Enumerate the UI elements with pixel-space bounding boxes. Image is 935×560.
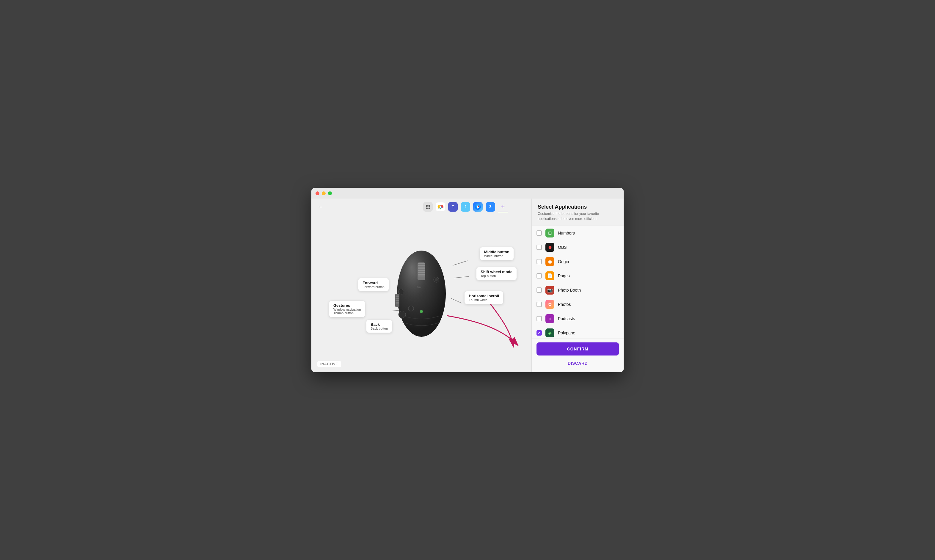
app-checkbox[interactable] bbox=[536, 273, 542, 278]
app-checkbox[interactable] bbox=[536, 302, 542, 307]
svg-rect-39 bbox=[396, 296, 399, 297]
confirm-button[interactable]: CONFIRM bbox=[536, 342, 619, 355]
app-icon: 📄 bbox=[545, 271, 555, 280]
svg-rect-43 bbox=[396, 303, 399, 305]
unknown-app-icon[interactable]: ? bbox=[461, 202, 470, 212]
svg-point-7 bbox=[427, 208, 428, 209]
svg-point-16 bbox=[478, 206, 479, 208]
svg-rect-29 bbox=[418, 267, 425, 268]
shift-wheel-title: Shift wheel mode bbox=[481, 269, 512, 274]
app-icon: ◉ bbox=[545, 257, 555, 266]
list-item[interactable]: 🎙Podcasts bbox=[532, 311, 624, 326]
zoom-app-icon[interactable]: Z bbox=[486, 202, 495, 212]
mouse-illustration: logi bbox=[392, 248, 451, 340]
app-list: ⊞Numbers⏺OBS◉Origin📄Pages📷Photo Booth✿Ph… bbox=[532, 226, 624, 338]
app-checkbox[interactable] bbox=[536, 230, 542, 236]
close-button[interactable] bbox=[316, 191, 319, 195]
svg-point-3 bbox=[426, 206, 427, 208]
app-name-label: Origin bbox=[558, 259, 569, 264]
svg-rect-32 bbox=[418, 272, 425, 273]
select-applications-description: Customize the buttons for your favorite … bbox=[538, 211, 618, 222]
svg-line-20 bbox=[451, 298, 462, 303]
list-item[interactable]: ✿Photos bbox=[532, 297, 624, 311]
middle-button-sub: Wheel button bbox=[484, 254, 510, 258]
app-checkbox[interactable] bbox=[536, 288, 542, 293]
app-name-label: Polypane bbox=[558, 331, 575, 335]
svg-rect-38 bbox=[396, 295, 399, 295]
svg-line-19 bbox=[453, 261, 467, 265]
back-title: Back bbox=[371, 322, 388, 327]
right-panel-header: Select Applications Customize the button… bbox=[532, 198, 624, 226]
app-checkbox[interactable] bbox=[536, 316, 542, 321]
right-panel: Select Applications Customize the button… bbox=[531, 198, 624, 372]
gestures-sub2: Thumb button bbox=[333, 311, 361, 315]
shift-wheel-sub: Top button bbox=[481, 274, 512, 278]
select-applications-title: Select Applications bbox=[538, 204, 618, 210]
app-icon: 📷 bbox=[545, 286, 555, 295]
left-panel: ← bbox=[311, 198, 531, 372]
mouse-area: logi Middle button Wheel button Shift wh… bbox=[311, 215, 531, 372]
horizontal-scroll-tooltip: Horizontal scroll Thumb wheel bbox=[465, 291, 503, 304]
svg-text:logi: logi bbox=[417, 285, 421, 288]
svg-point-2 bbox=[429, 205, 430, 206]
list-item[interactable]: ◉Origin bbox=[532, 254, 624, 269]
app-icon: ⊞ bbox=[545, 229, 555, 237]
app-checkbox[interactable] bbox=[536, 330, 542, 335]
all-apps-icon[interactable] bbox=[423, 202, 433, 212]
svg-rect-27 bbox=[418, 263, 425, 264]
svg-rect-40 bbox=[396, 298, 399, 299]
add-app-button[interactable]: + bbox=[498, 202, 508, 212]
main-content: ← bbox=[311, 198, 624, 372]
app-icon: ◈ bbox=[545, 328, 555, 337]
list-item[interactable]: ⏺OBS bbox=[532, 240, 624, 254]
list-item[interactable]: 📷Photo Booth bbox=[532, 283, 624, 297]
svg-point-5 bbox=[429, 206, 430, 208]
svg-rect-28 bbox=[418, 265, 425, 266]
app-name-label: Photo Booth bbox=[558, 288, 581, 292]
svg-point-46 bbox=[399, 311, 406, 318]
discard-button[interactable]: DISCARD bbox=[536, 358, 619, 369]
list-item[interactable]: ◈Polypane bbox=[532, 326, 624, 338]
left-header: ← bbox=[311, 198, 531, 215]
svg-point-36 bbox=[435, 278, 438, 281]
middle-button-tooltip: Middle button Wheel button bbox=[480, 247, 514, 260]
svg-rect-42 bbox=[396, 302, 399, 303]
teams-app-icon[interactable]: T bbox=[448, 202, 458, 212]
svg-point-45 bbox=[408, 306, 414, 311]
shift-wheel-tooltip: Shift wheel mode Top button bbox=[476, 267, 516, 280]
forward-title: Forward bbox=[362, 281, 385, 285]
svg-rect-30 bbox=[418, 268, 425, 269]
main-window: ← bbox=[311, 188, 624, 372]
app-icon: 🎙 bbox=[545, 314, 555, 323]
safari-app-icon[interactable] bbox=[473, 202, 483, 212]
titlebar bbox=[311, 188, 624, 198]
forward-sub: Forward button bbox=[362, 285, 385, 289]
list-item[interactable]: 📄Pages bbox=[532, 269, 624, 283]
chrome-app-icon[interactable] bbox=[436, 202, 445, 212]
app-name-label: OBS bbox=[558, 245, 567, 250]
svg-point-0 bbox=[426, 205, 427, 206]
maximize-button[interactable] bbox=[328, 191, 332, 195]
gestures-title: Gestures bbox=[333, 303, 361, 308]
forward-tooltip: Forward Forward button bbox=[358, 278, 389, 291]
app-name-label: Pages bbox=[558, 274, 570, 278]
svg-point-11 bbox=[439, 206, 441, 208]
svg-point-47 bbox=[420, 310, 423, 313]
app-icons-row: T ? bbox=[423, 202, 508, 212]
horizontal-scroll-sub: Thumb wheel bbox=[469, 298, 499, 302]
svg-rect-41 bbox=[396, 300, 399, 301]
inactive-badge: INACTIVE bbox=[317, 361, 341, 368]
gestures-sub1: Window navigation bbox=[333, 308, 361, 311]
app-checkbox[interactable] bbox=[536, 245, 542, 250]
minimize-button[interactable] bbox=[322, 191, 326, 195]
app-name-label: Podcasts bbox=[558, 316, 575, 321]
svg-point-4 bbox=[427, 206, 428, 208]
app-checkbox[interactable] bbox=[536, 259, 542, 264]
horizontal-scroll-title: Horizontal scroll bbox=[469, 294, 499, 298]
app-name-label: Numbers bbox=[558, 231, 575, 235]
plus-icon: + bbox=[501, 203, 505, 211]
svg-rect-33 bbox=[418, 274, 425, 275]
app-name-label: Photos bbox=[558, 302, 571, 307]
back-button[interactable]: ← bbox=[317, 204, 323, 210]
list-item[interactable]: ⊞Numbers bbox=[532, 226, 624, 240]
